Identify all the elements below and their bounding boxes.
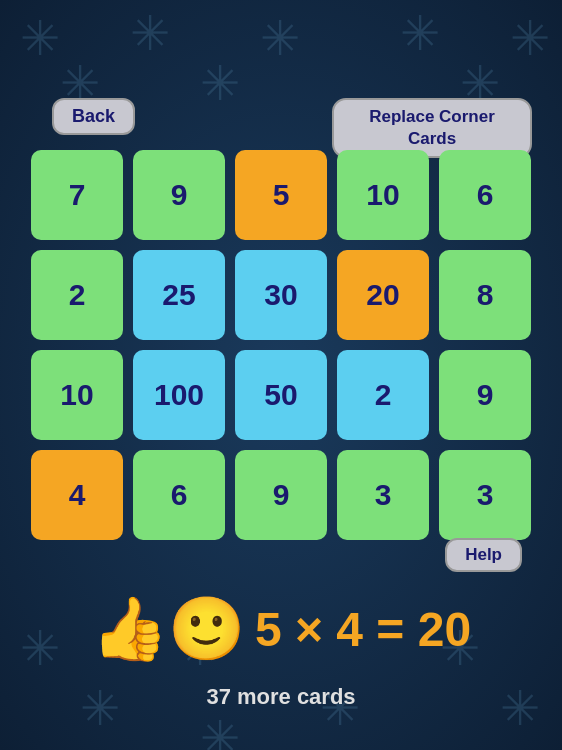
- grid-card[interactable]: 2: [337, 350, 429, 440]
- grid-card[interactable]: 100: [133, 350, 225, 440]
- grid-card[interactable]: 3: [439, 450, 531, 540]
- help-button[interactable]: Help: [445, 538, 522, 572]
- grid-card[interactable]: 3: [337, 450, 429, 540]
- grid-card[interactable]: 6: [133, 450, 225, 540]
- grid-card[interactable]: 50: [235, 350, 327, 440]
- grid-card[interactable]: 5: [235, 150, 327, 240]
- grid-card[interactable]: 8: [439, 250, 531, 340]
- grid-card[interactable]: 30: [235, 250, 327, 340]
- grid-card[interactable]: 4: [31, 450, 123, 540]
- back-button[interactable]: Back: [52, 98, 135, 135]
- grid-card[interactable]: 7: [31, 150, 123, 240]
- grid-card[interactable]: 25: [133, 250, 225, 340]
- grid-card[interactable]: 9: [133, 150, 225, 240]
- grid-card[interactable]: 2: [31, 250, 123, 340]
- thumbs-up-emoji: 👍🙂: [91, 598, 245, 660]
- grid-card[interactable]: 20: [337, 250, 429, 340]
- equation-area: 👍🙂 5 × 4 = 20: [0, 598, 562, 660]
- grid-card[interactable]: 9: [235, 450, 327, 540]
- grid-card[interactable]: 9: [439, 350, 531, 440]
- grid-card[interactable]: 6: [439, 150, 531, 240]
- grid-card[interactable]: 10: [337, 150, 429, 240]
- more-cards-label: 37 more cards: [0, 684, 562, 710]
- card-grid: 7951062253020810100502946933: [31, 150, 531, 540]
- grid-card[interactable]: 10: [31, 350, 123, 440]
- equation-text: 5 × 4 = 20: [255, 602, 471, 657]
